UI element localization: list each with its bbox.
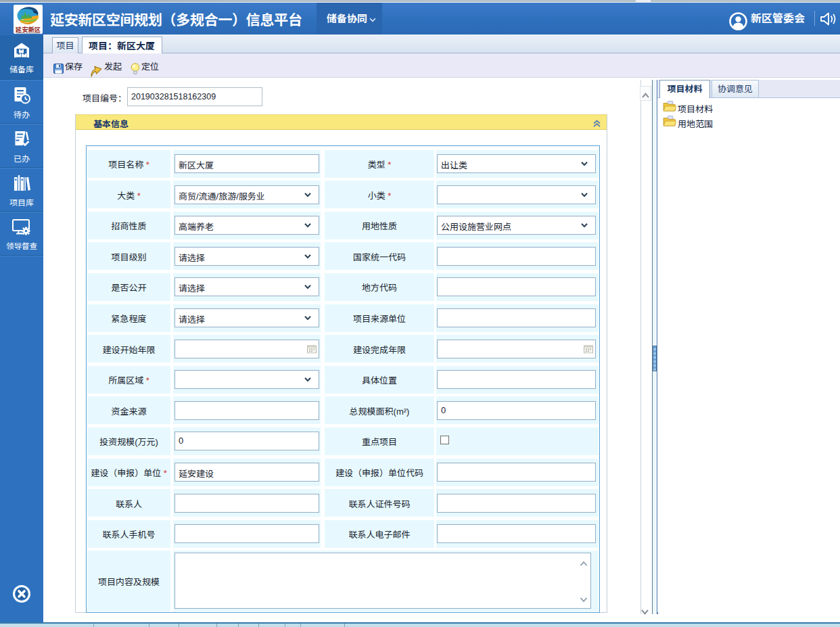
svg-text:延安新区: 延安新区 [15,24,41,34]
